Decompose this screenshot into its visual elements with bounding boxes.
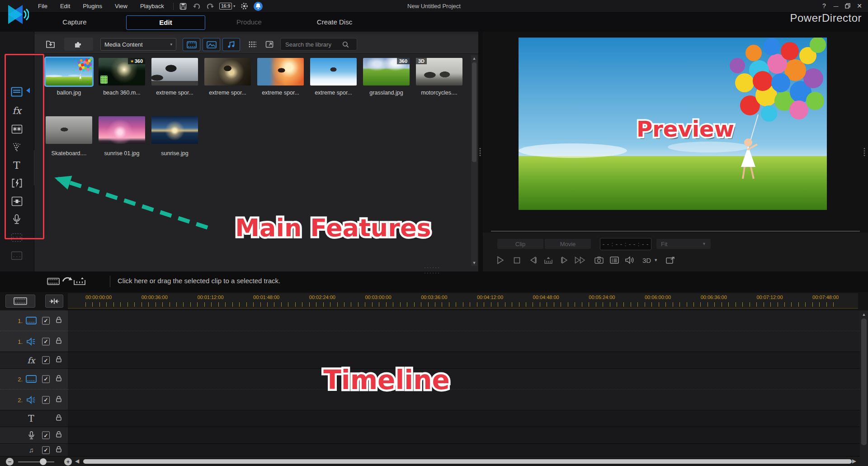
track-enable-checkbox[interactable]: ✓ [42, 375, 50, 383]
zoom-in-button[interactable]: + [64, 458, 72, 466]
media-item-thumbnail[interactable]: 360 [363, 58, 410, 86]
menu-edit[interactable]: Edit [54, 0, 76, 12]
track-lane-audio-2[interactable] [68, 390, 860, 410]
track-lane-video-1[interactable] [68, 310, 860, 331]
notifications-button[interactable] [251, 0, 265, 12]
stop-button[interactable] [510, 253, 524, 267]
scroll-left-icon[interactable]: ◀ [75, 458, 79, 464]
sidebar-item-particle-room[interactable] [10, 140, 24, 154]
track-lane-audio-1[interactable] [68, 331, 860, 352]
scroll-right-icon[interactable]: ▶ [852, 458, 856, 464]
minimize-button[interactable]: — [830, 1, 842, 11]
track-lane-video-2[interactable] [68, 369, 860, 390]
track-header-title[interactable]: T [0, 410, 68, 427]
menu-plugins[interactable]: Plugins [76, 0, 108, 12]
track-header-video-2[interactable]: 2. ✓ [0, 369, 68, 390]
fit-timeline-button[interactable] [45, 295, 63, 308]
insert-to-timeline-button[interactable] [73, 277, 86, 288]
track-lock-button[interactable] [55, 414, 62, 423]
library-search[interactable] [280, 38, 357, 51]
scroll-down-icon[interactable]: ▼ [471, 260, 477, 266]
track-header-voice[interactable]: ✓ [0, 427, 68, 444]
import-media-button[interactable] [41, 38, 61, 51]
media-item-thumbnail[interactable] [99, 116, 145, 144]
sidebar-item-audio-mixing-room[interactable] [10, 195, 24, 208]
track-lane-voice[interactable] [68, 427, 860, 444]
undo-button[interactable] [190, 0, 203, 12]
insert-clip-button[interactable] [47, 276, 61, 288]
window-edge-grip[interactable]: •••• [863, 147, 865, 157]
track-lock-button[interactable] [55, 431, 62, 440]
tab-capture[interactable]: Capture [43, 15, 106, 29]
3d-mode-dropdown[interactable]: 3D ▼ [640, 253, 660, 267]
track-lock-button[interactable] [55, 316, 62, 325]
sidebar-item-voiceover-room[interactable] [10, 213, 24, 226]
aspect-ratio-dropdown[interactable]: 16:9 ▾ [217, 0, 238, 12]
media-item-thumbnail[interactable]: 3D [416, 58, 462, 86]
track-enable-checkbox[interactable]: ✓ [42, 396, 50, 404]
track-lock-button[interactable] [55, 356, 62, 365]
tab-edit[interactable]: Edit [126, 15, 205, 30]
library-menu-button[interactable] [245, 38, 259, 51]
previous-frame-button[interactable] [526, 253, 540, 267]
content-type-dropdown[interactable]: Media Content ▾ [100, 38, 176, 51]
track-enable-checkbox[interactable]: ✓ [42, 432, 50, 439]
track-lane-music[interactable] [68, 444, 860, 456]
track-manager-button[interactable] [5, 295, 35, 308]
track-header-fx[interactable]: fx ✓ [0, 352, 68, 369]
filter-audio-button[interactable] [222, 38, 240, 51]
timeline-scroll-thumb[interactable] [861, 319, 867, 445]
timeline-zoom-slider[interactable] [18, 461, 54, 462]
filter-photos-button[interactable] [203, 38, 220, 51]
media-item-thumbnail[interactable] [257, 58, 304, 86]
volume-button[interactable] [623, 253, 637, 267]
zoom-fit-dropdown[interactable]: Fit ▼ [656, 239, 711, 249]
panel-divider[interactable]: •••• [478, 32, 483, 271]
tab-create-disc[interactable]: Create Disc [298, 15, 371, 29]
filter-videos-button[interactable] [183, 38, 200, 51]
media-item-thumbnail[interactable] [151, 58, 198, 86]
snapshot-button[interactable] [592, 253, 606, 267]
sidebar-item-pip-room[interactable] [10, 122, 24, 136]
timeline-scrollbar[interactable]: ▲ ▼ [860, 310, 868, 466]
preview-seek-bar[interactable] [491, 231, 860, 232]
menu-view[interactable]: View [108, 0, 134, 12]
track-lock-button[interactable] [55, 375, 62, 384]
track-enable-checkbox[interactable]: ✓ [42, 338, 50, 345]
help-button[interactable]: ? [818, 1, 830, 11]
sidebar-item-subtitle-room[interactable]: - - - [10, 249, 24, 262]
scroll-up-icon[interactable]: ▲ [861, 311, 867, 318]
restore-button[interactable] [842, 1, 854, 11]
sidebar-item-effect-room[interactable]: fx [10, 104, 24, 118]
menu-file[interactable]: File [32, 0, 54, 12]
media-item-thumbnail[interactable] [204, 58, 251, 86]
library-scrollbar[interactable]: ▲ ▼ [471, 55, 477, 266]
movie-mode-button[interactable]: Movie [545, 239, 591, 249]
fast-forward-button[interactable] [573, 253, 587, 267]
media-item-thumbnail[interactable] [46, 58, 92, 86]
search-input[interactable] [284, 41, 340, 48]
track-header-music[interactable]: ♫ ✓ [0, 444, 68, 456]
zoom-slider-handle[interactable] [40, 458, 47, 465]
zoom-out-button[interactable]: − [6, 458, 14, 466]
track-lane-title[interactable] [68, 410, 860, 427]
sidebar-item-transition-room[interactable] [10, 176, 24, 190]
library-scroll-thumb[interactable] [472, 62, 476, 162]
media-item-thumbnail[interactable] [151, 116, 198, 144]
panel-resize-handle[interactable]: ······ [424, 270, 440, 276]
divider-grip[interactable]: •••• [479, 147, 481, 157]
sidebar-item-chapter-room[interactable]: 1 2 3 [10, 231, 24, 244]
clip-mode-button[interactable]: Clip [497, 239, 543, 249]
sidebar-item-media-room[interactable] [10, 85, 24, 99]
preview-viewport[interactable]: Preview Preview [519, 38, 827, 210]
timeline-ruler[interactable]: 00:00:00:0000:00:36:0000:01:12:0000:01:4… [68, 293, 858, 309]
track-lock-button[interactable] [55, 395, 62, 404]
media-item-thumbnail[interactable]: ★360 [99, 58, 145, 86]
media-info-button[interactable] [608, 253, 621, 267]
next-frame-button[interactable] [558, 253, 571, 267]
track-header-video-1[interactable]: 1. ✓ [0, 310, 68, 331]
track-lane-fx[interactable] [68, 352, 860, 369]
close-button[interactable]: ✕ [854, 1, 865, 11]
settings-button[interactable] [238, 0, 251, 12]
sidebar-item-title-room[interactable]: T [10, 158, 24, 172]
